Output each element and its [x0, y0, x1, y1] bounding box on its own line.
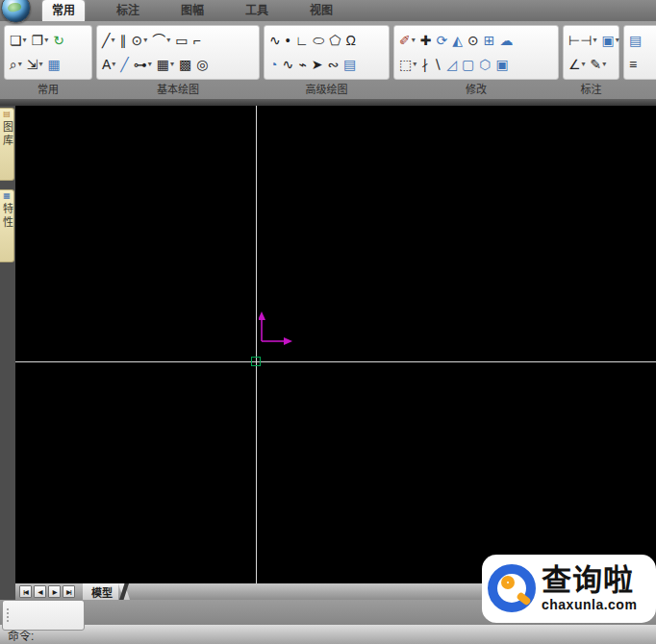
jagged-line-button[interactable]: ⌁	[296, 53, 308, 76]
title-tab-bar: 常用标注图幅工具视图	[0, 0, 656, 21]
zoom-dropdown-caret-icon[interactable]: ▾	[18, 61, 22, 68]
polygon-button[interactable]: ⬠	[327, 29, 342, 52]
formula-curve-button[interactable]: Ω	[344, 29, 358, 52]
ribbon-group-label: 标注	[563, 80, 619, 95]
dim-coordinate-button[interactable]: ∠▾	[567, 53, 588, 76]
parallel-button[interactable]: ∥	[117, 29, 128, 52]
tab-view[interactable]: 视图	[300, 0, 342, 21]
stamp-button[interactable]: ☁	[497, 29, 515, 52]
command-bar[interactable]: 命令:	[0, 625, 656, 644]
ellipse-button[interactable]: ⬭	[311, 29, 326, 52]
tab-sheet[interactable]: 图幅	[171, 0, 214, 21]
polyline-button[interactable]: ⌐	[190, 29, 202, 52]
text-button[interactable]: A▾	[100, 53, 117, 76]
rotate-button[interactable]: ⟳	[434, 29, 449, 52]
side-tab-properties[interactable]: ▦特性	[0, 189, 14, 262]
tab-annotation[interactable]: 标注	[107, 0, 149, 21]
select-dropdown-caret-icon[interactable]: ▾	[413, 61, 416, 68]
zoom-button[interactable]: ⌕▾	[8, 53, 24, 76]
symbol-button[interactable]: ◎	[194, 53, 210, 76]
copy-dropdown-caret-icon[interactable]: ▾	[44, 37, 48, 44]
crosshair-horizontal-line	[15, 361, 656, 362]
paste-dropdown-caret-icon[interactable]: ▾	[23, 37, 27, 44]
detail-view-button[interactable]: ⊶▾	[132, 53, 154, 76]
angle-line-button[interactable]: ∟	[293, 29, 311, 52]
wave-line-button[interactable]: ∿	[280, 53, 295, 76]
mirror-icon: ◭	[452, 34, 463, 47]
drawing-canvas[interactable]	[15, 106, 656, 583]
line-dropdown-caret-icon[interactable]: ▾	[111, 37, 114, 44]
dim-coordinate-dropdown-caret-icon[interactable]: ▾	[582, 61, 586, 68]
next-sheet-button[interactable]: ▶	[48, 585, 61, 598]
fillet-button[interactable]: ▢	[460, 53, 476, 76]
section-button[interactable]: ◔	[267, 53, 279, 76]
symbol-icon: ◎	[196, 58, 208, 71]
circle-button[interactable]: ⊙▾	[129, 29, 149, 52]
break-at-point-button[interactable]: ∤	[419, 53, 430, 76]
side-tab-label: 图库	[2, 121, 13, 148]
line-button[interactable]: ╱▾	[100, 29, 116, 52]
move-button[interactable]: ✚	[418, 29, 434, 52]
chamfer-button[interactable]: ◿	[444, 53, 459, 76]
dim-edit-button[interactable]: ✎▾	[589, 53, 609, 76]
ribbon-shadow	[0, 99, 656, 106]
dim-style-dropdown-caret-icon[interactable]: ▾	[616, 37, 619, 44]
point-button[interactable]: •	[284, 29, 292, 52]
last-sheet-button[interactable]: ▶|	[63, 585, 75, 598]
gear-button[interactable]: ▤	[341, 53, 358, 76]
collapsed-command-panel[interactable]	[2, 600, 85, 631]
chamfer-icon: ◿	[446, 58, 457, 71]
app-logo-icon[interactable]	[1, 0, 31, 23]
pan-view-dropdown-caret-icon[interactable]: ▾	[39, 61, 43, 68]
hatch-button[interactable]: ╱	[118, 53, 130, 76]
table-button[interactable]: ▦▾	[155, 53, 176, 76]
select-button[interactable]: ⬚▾	[397, 53, 418, 76]
tab-tools[interactable]: 工具	[236, 0, 278, 21]
dim-style-button[interactable]: ▣▾	[599, 29, 620, 52]
arc-button[interactable]: ⌒▾	[150, 29, 172, 52]
stamp-icon: ☁	[499, 34, 513, 47]
table-dropdown-caret-icon[interactable]: ▾	[170, 61, 174, 68]
solid-view-button[interactable]: ⬡	[477, 53, 492, 76]
detail-view-dropdown-caret-icon[interactable]: ▾	[148, 61, 152, 68]
arc-dropdown-caret-icon[interactable]: ▾	[166, 37, 170, 44]
circular-array-button[interactable]: ⊙	[466, 29, 481, 52]
text-dropdown-caret-icon[interactable]: ▾	[112, 61, 115, 68]
cloud-line-button[interactable]: ∾	[325, 53, 341, 76]
dim-edit-dropdown-caret-icon[interactable]: ▾	[602, 61, 606, 68]
dim-linear-dropdown-caret-icon[interactable]: ▾	[593, 37, 596, 44]
polygon-icon: ⬠	[329, 34, 341, 47]
spline-button[interactable]: ∿	[267, 29, 283, 52]
block-button[interactable]: ▩	[177, 53, 193, 76]
rectangle-button[interactable]: ▭	[173, 29, 189, 52]
tab-home[interactable]: 常用	[42, 0, 85, 21]
erase-button[interactable]: ✐▾	[397, 29, 417, 52]
model-tab[interactable]: 模型	[83, 583, 129, 600]
paste-button[interactable]: ❏▾	[8, 29, 29, 52]
circular-array-icon: ⊙	[467, 34, 479, 47]
offset-icon: ▣	[495, 58, 508, 71]
erase-dropdown-caret-icon[interactable]: ▾	[412, 37, 416, 44]
trim-button[interactable]: ∖	[431, 53, 443, 76]
mirror-button[interactable]: ◭	[450, 29, 465, 52]
fillet-icon: ▢	[462, 58, 474, 71]
drag-grip-icon[interactable]	[3, 601, 12, 630]
first-sheet-button[interactable]: |◀	[19, 585, 32, 598]
line-width-button[interactable]: ≡	[627, 53, 639, 76]
ribbon-group-修改: ✐▾✚⟳◭⊙⊞☁⬚▾∤∖◿▢⬡▣修改	[393, 25, 559, 99]
prev-sheet-button[interactable]: ◀	[34, 585, 46, 598]
dim-linear-button[interactable]: ⊢⊣▾	[567, 29, 598, 52]
display-mode-button[interactable]: ▦	[46, 53, 63, 76]
arrow-button[interactable]: ➤	[310, 53, 325, 76]
rect-array-button[interactable]: ⊞	[482, 29, 497, 52]
refresh-button[interactable]: ↻	[51, 29, 66, 52]
side-tab-library[interactable]: ▤图库	[0, 108, 14, 181]
spline-icon: ∿	[269, 34, 281, 47]
ribbon-group-标注: ⊢⊣▾▣▾∠▾✎▾标注	[563, 25, 619, 99]
dim-coordinate-icon: ∠	[568, 58, 581, 71]
offset-button[interactable]: ▣	[493, 53, 510, 76]
copy-button[interactable]: ❐▾	[30, 29, 51, 52]
pan-view-button[interactable]: ⇲▾	[25, 53, 45, 76]
properties-list-button[interactable]: ▤	[627, 29, 643, 52]
circle-dropdown-caret-icon[interactable]: ▾	[143, 37, 147, 44]
